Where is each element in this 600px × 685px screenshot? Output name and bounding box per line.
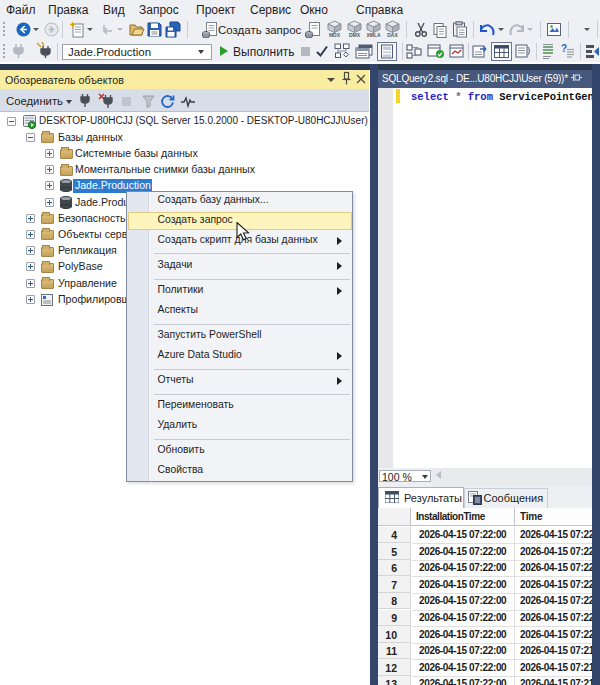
svg-text:?: ? <box>561 43 567 54</box>
